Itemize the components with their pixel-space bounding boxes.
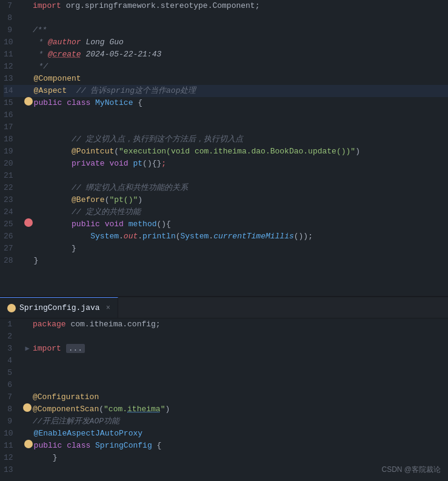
code-line-19: 19 @Pointcut("execution(void com.itheima… xyxy=(4,146,448,158)
bottom-line-2: 2 xyxy=(4,331,448,343)
bottom-tab-bar: SpringConfig.java × xyxy=(0,297,448,318)
code-line-17: 17 xyxy=(4,121,448,133)
line-indicator-dot-red xyxy=(24,218,33,227)
code-line-18: 18 // 定义切入点，执行到这个方法后，执行切入点 xyxy=(4,133,448,146)
bottom-line-3: 3 ▶ import ... xyxy=(4,343,448,355)
bottom-line-7: 7 @Configuration xyxy=(4,391,448,403)
code-line-10: 10 * @author Long Guo xyxy=(4,36,448,49)
top-code-section: 7 import org.springframework.stereotype.… xyxy=(0,0,448,297)
bottom-line-8: 8 @ComponentScan("com.itheima") xyxy=(4,403,448,415)
code-line-11: 11 * @create 2024-05-22-21:43 xyxy=(4,49,448,61)
code-line-20: 20 private void pt(){}; xyxy=(4,158,448,170)
bottom-line-12: 12 } xyxy=(4,452,448,464)
bottom-indicator-dot-8 xyxy=(23,403,32,412)
code-line-14: 14 @Aspect // 告诉spring这个当作aop处理 xyxy=(4,85,448,97)
line-indicator-dot xyxy=(24,97,33,106)
tab-close-button[interactable]: × xyxy=(106,304,110,312)
bottom-line-11: 11 public class SpringConfig { xyxy=(4,440,448,452)
code-line-13: 13 @Component xyxy=(4,73,448,85)
code-line-7: 7 import org.springframework.stereotype.… xyxy=(4,0,448,12)
bottom-line-1: 1 package com.itheima.config; xyxy=(4,318,448,331)
code-line-22: 22 // 绑定切入点和共性功能的关系 xyxy=(4,182,448,194)
bottom-code-content: 1 package com.itheima.config; 2 3 ▶ i xyxy=(0,318,448,481)
fold-arrow[interactable]: ▶ xyxy=(25,343,29,355)
top-code-content: 7 import org.springframework.stereotype.… xyxy=(0,0,448,297)
tab-springconfig[interactable]: SpringConfig.java × xyxy=(0,297,118,318)
code-line-24: 24 // 定义的共性功能 xyxy=(4,206,448,218)
code-line-15: 15 public class MyNotice { xyxy=(4,97,448,109)
code-line-23: 23 @Before("pt()") xyxy=(4,194,448,206)
bottom-line-9: 9 //开启注解开发AOP功能 xyxy=(4,415,448,428)
editor-panel: 7 import org.springframework.stereotype.… xyxy=(0,0,448,481)
bottom-line-10: 10 @EnableAspectJAutoProxy xyxy=(4,428,448,440)
code-line-27: 27 } xyxy=(4,243,448,255)
bottom-indicator-dot-11 xyxy=(24,440,33,448)
bottom-section: SpringConfig.java × 1 package com.itheim… xyxy=(0,297,448,481)
bottom-line-6: 6 xyxy=(4,379,448,391)
code-line-28: 28 } xyxy=(4,255,448,267)
tab-file-icon xyxy=(7,304,16,312)
watermark: CSDN @客院裁论 xyxy=(381,465,441,475)
bottom-code-area: 1 package com.itheima.config; 2 3 ▶ i xyxy=(0,318,448,481)
code-line-21: 21 xyxy=(4,170,448,182)
code-line-26: 26 System.out.println(System.currentTime… xyxy=(4,230,448,243)
code-line-9: 9 /** xyxy=(4,24,448,36)
tab-label: SpringConfig.java xyxy=(19,303,100,312)
code-line-12: 12 */ xyxy=(4,61,448,73)
code-line-8: 8 xyxy=(4,12,448,24)
code-line-16: 16 xyxy=(4,109,448,121)
bottom-line-5: 5 xyxy=(4,367,448,379)
bottom-line-4: 4 xyxy=(4,355,448,367)
code-line-25: 25 public void method(){ xyxy=(4,218,448,230)
